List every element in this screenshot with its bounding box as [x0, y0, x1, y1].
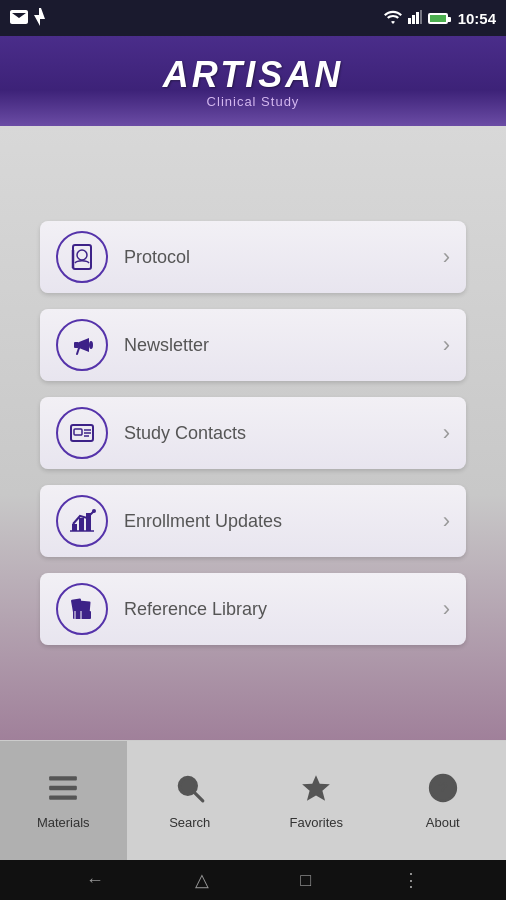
wifi-icon: [384, 10, 402, 27]
charge-icon: [34, 8, 46, 29]
svg-point-18: [92, 509, 96, 513]
svg-rect-0: [408, 18, 411, 24]
nav-item-search[interactable]: Search: [127, 741, 254, 860]
enrollment-icon-circle: [56, 495, 108, 547]
svg-rect-15: [79, 518, 84, 531]
favorites-star-icon: [300, 772, 332, 811]
nav-item-materials[interactable]: Materials: [0, 741, 127, 860]
favorites-label: Favorites: [290, 815, 343, 830]
menu-item-enrollment-updates[interactable]: Enrollment Updates ›: [40, 485, 466, 557]
materials-label: Materials: [37, 815, 90, 830]
study-contacts-chevron: ›: [443, 420, 450, 446]
about-label: About: [426, 815, 460, 830]
battery-icon: [428, 13, 448, 24]
svg-point-8: [89, 341, 93, 349]
study-contacts-icon: [67, 418, 97, 448]
back-button[interactable]: ←: [86, 870, 104, 891]
svg-rect-21: [73, 611, 91, 619]
svg-rect-7: [74, 342, 79, 348]
svg-rect-10: [74, 429, 82, 435]
menu-button[interactable]: ⋮: [402, 869, 420, 891]
app-title: ARTISAN: [163, 54, 343, 96]
materials-icon: [47, 772, 79, 811]
reference-library-chevron: ›: [443, 596, 450, 622]
reference-library-icon: [67, 594, 97, 624]
gmail-icon: [10, 10, 28, 27]
svg-rect-26: [49, 795, 77, 799]
protocol-icon-circle: [56, 231, 108, 283]
svg-rect-24: [49, 776, 77, 780]
svg-line-28: [194, 792, 203, 801]
enrollment-updates-label: Enrollment Updates: [124, 511, 443, 532]
svg-rect-4: [73, 245, 91, 269]
newsletter-icon-circle: [56, 319, 108, 371]
svg-rect-25: [49, 785, 77, 789]
reference-library-label: Reference Library: [124, 599, 443, 620]
newsletter-chevron: ›: [443, 332, 450, 358]
svg-rect-1: [412, 15, 415, 24]
svg-rect-2: [416, 12, 419, 24]
menu-item-newsletter[interactable]: Newsletter ›: [40, 309, 466, 381]
nav-item-favorites[interactable]: Favorites: [253, 741, 380, 860]
android-system-bar: ← △ □ ⋮: [0, 860, 506, 900]
svg-point-5: [77, 250, 87, 260]
enrollment-icon: [67, 506, 97, 536]
svg-rect-14: [72, 524, 77, 531]
signal-icon: [408, 10, 422, 27]
menu-item-study-contacts[interactable]: Study Contacts ›: [40, 397, 466, 469]
study-contacts-icon-circle: [56, 407, 108, 459]
svg-text:?: ?: [438, 779, 448, 798]
status-bar: 10:54: [0, 0, 506, 36]
app-subtitle: Clinical Study: [207, 94, 300, 109]
search-label: Search: [169, 815, 210, 830]
protocol-icon: [67, 242, 97, 272]
about-icon: ?: [427, 772, 459, 811]
bottom-nav: Materials Search Favorites ? About: [0, 740, 506, 860]
recents-button[interactable]: □: [300, 870, 311, 891]
app-header: ARTISAN Clinical Study: [0, 36, 506, 126]
newsletter-label: Newsletter: [124, 335, 443, 356]
enrollment-chevron: ›: [443, 508, 450, 534]
svg-marker-29: [302, 775, 330, 801]
svg-rect-3: [420, 10, 422, 24]
menu-item-reference-library[interactable]: Reference Library ›: [40, 573, 466, 645]
time-display: 10:54: [458, 10, 496, 27]
protocol-chevron: ›: [443, 244, 450, 270]
search-icon: [174, 772, 206, 811]
menu-item-protocol[interactable]: Protocol ›: [40, 221, 466, 293]
nav-item-about[interactable]: ? About: [380, 741, 507, 860]
reference-library-icon-circle: [56, 583, 108, 635]
home-button[interactable]: △: [195, 869, 209, 891]
main-content: Protocol › Newsletter ›: [0, 126, 506, 740]
protocol-label: Protocol: [124, 247, 443, 268]
newsletter-icon: [67, 330, 97, 360]
study-contacts-label: Study Contacts: [124, 423, 443, 444]
